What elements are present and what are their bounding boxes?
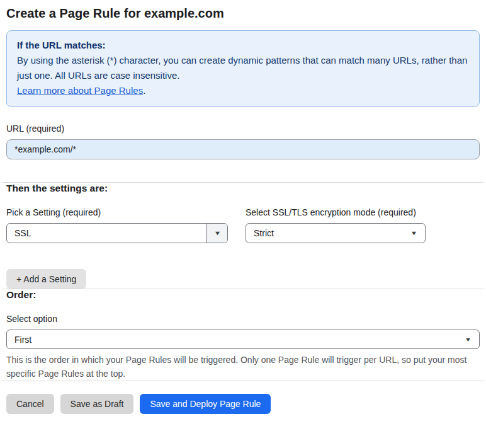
chevron-down-icon: ▼ (465, 336, 472, 342)
setting-picker-label: Pick a Setting (required) (6, 207, 228, 218)
cancel-button[interactable]: Cancel (6, 394, 54, 414)
chevron-down-icon: ▼ (213, 231, 221, 236)
save-and-deploy-button[interactable]: Save and Deploy Page Rule (140, 394, 271, 414)
setting-picker-arrow-button[interactable]: ▼ (206, 224, 227, 243)
url-match-info-banner: If the URL matches: By using the asteris… (6, 30, 480, 107)
footer-actions: Cancel Save as Draft Save and Deploy Pag… (6, 394, 480, 414)
order-help-text: This is the order in which your Page Rul… (6, 353, 472, 381)
info-banner-body: By using the asterisk (*) character, you… (17, 53, 469, 83)
save-as-draft-button[interactable]: Save as Draft (60, 394, 134, 414)
add-setting-button[interactable]: + Add a Setting (6, 269, 86, 289)
setting-picker-group: Pick a Setting (required) SSL ▼ (6, 207, 228, 243)
ssl-mode-select[interactable]: Strict ▼ (246, 223, 426, 243)
info-banner-heading: If the URL matches: (17, 38, 469, 53)
create-page-rule-panel: Create a Page Rule for example.com If th… (0, 0, 486, 414)
divider-before-footer (3, 381, 483, 381)
ssl-mode-picker-label: Select SSL/TLS encryption mode (required… (246, 207, 426, 218)
setting-picker-select[interactable]: SSL ▼ (6, 223, 228, 243)
setting-picker-value: SSL (7, 228, 206, 238)
url-input[interactable] (6, 139, 480, 159)
chevron-down-icon: ▼ (410, 231, 418, 236)
info-banner-link-line: Learn more about Page Rules. (17, 83, 469, 98)
order-select[interactable]: First ▼ (6, 330, 480, 349)
ssl-mode-picker-group: Select SSL/TLS encryption mode (required… (246, 207, 426, 243)
learn-more-link[interactable]: Learn more about Page Rules (17, 85, 143, 96)
order-section-heading: Order: (6, 289, 480, 301)
link-suffix-period: . (143, 85, 145, 96)
url-field-label: URL (required) (6, 123, 480, 134)
order-select-value: First (7, 335, 479, 345)
ssl-mode-value: Strict (246, 228, 425, 238)
page-title: Create a Page Rule for example.com (6, 5, 480, 21)
settings-section-heading: Then the settings are: (6, 183, 480, 194)
settings-row: Pick a Setting (required) SSL ▼ Select S… (6, 207, 480, 243)
order-select-wrap: First ▼ (6, 330, 480, 349)
order-select-label: Select option (6, 314, 480, 325)
